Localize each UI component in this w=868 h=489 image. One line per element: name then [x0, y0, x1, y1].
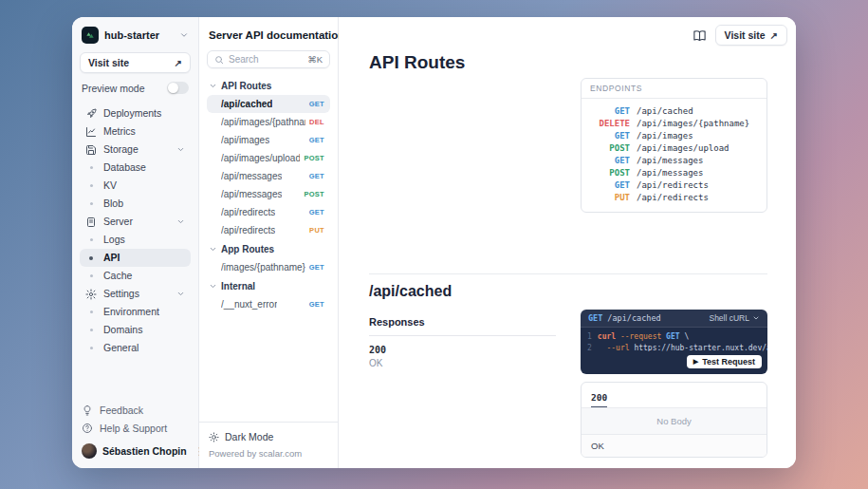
endpoint-get-api-cached[interactable]: GET/api/cached: [590, 105, 758, 118]
chart-icon: [85, 126, 97, 138]
chevron-down-icon[interactable]: [176, 290, 185, 298]
operation-title: /api/cached: [369, 283, 452, 300]
method-badge: POST: [304, 154, 324, 162]
question-icon: [82, 423, 93, 434]
sidebar-item-label: Settings: [103, 288, 139, 300]
endpoint-post-api-messages[interactable]: POST/api/messages: [590, 167, 758, 179]
group-header-app-routes[interactable]: App Routes: [207, 239, 330, 258]
method-badge: GET: [309, 208, 324, 216]
route-get-api-images[interactable]: /api/imagesGET: [207, 131, 330, 149]
client-selector[interactable]: Shell cURL: [709, 313, 760, 323]
sidebar-item-label: Cache: [103, 270, 132, 282]
main-topbar: Visit site ↗: [693, 25, 787, 46]
endpoint-put-api-redirects[interactable]: PUT/api/redirects: [590, 192, 758, 204]
group-label: App Routes: [221, 244, 274, 254]
sidebar-item-metrics[interactable]: Metrics: [80, 122, 191, 141]
request-method: GET: [588, 313, 602, 323]
endpoint-post-api-images-upload[interactable]: POST/api/images/upload: [590, 142, 758, 155]
sidebar-item-label: Deployments: [103, 107, 161, 120]
endpoint-method: POST: [590, 142, 630, 155]
code-sample: 1curl --request GET \2 --url https://hub…: [581, 328, 767, 351]
group-label: Internal: [221, 281, 255, 292]
sidebar-item-domains[interactable]: Domains: [80, 321, 191, 339]
docs-footer: Dark Mode Powered by scalar.com: [199, 422, 338, 468]
group-header-internal[interactable]: Internal: [207, 276, 330, 295]
route-post-api-messages[interactable]: /api/messagesPOST: [207, 185, 330, 203]
project-switcher[interactable]: hub-starter: [80, 25, 191, 52]
sidebar-item-label: Domains: [103, 324, 142, 336]
user-row[interactable]: Sébastien Chopin ⋮: [80, 437, 191, 461]
route-get-nuxt-error[interactable]: /__nuxt_errorGET: [207, 295, 330, 313]
tab-200[interactable]: 200: [591, 392, 607, 407]
sidebar-item-cache[interactable]: Cache: [80, 267, 191, 285]
route-del-api-images-pathname[interactable]: /api/images/{pathname}DEL: [207, 113, 330, 131]
test-request-button[interactable]: ▶ Test Request: [687, 355, 762, 368]
response-example-card: 200 No Body OK: [581, 382, 767, 458]
sidebar-item-deployments[interactable]: Deployments: [80, 104, 191, 122]
visit-site-button-main[interactable]: Visit site ↗: [715, 25, 787, 46]
bullet-icon: [85, 307, 97, 318]
sidebar-item-general[interactable]: General: [80, 339, 191, 357]
bullet-icon: [85, 180, 97, 192]
sidebar-item-storage[interactable]: Storage: [80, 141, 191, 159]
route-path: /api/messages: [221, 171, 282, 181]
dark-mode-toggle[interactable]: Dark Mode: [209, 431, 328, 442]
chevron-down-icon[interactable]: [176, 145, 185, 154]
endpoint-method: GET: [590, 155, 630, 167]
request-sample-card: GET /api/cached Shell cURL 1curl --reque…: [581, 310, 767, 374]
avatar: [82, 443, 97, 459]
visit-site-button-sidebar[interactable]: Visit site ↗: [80, 52, 191, 73]
hub-logo-icon: [82, 27, 99, 44]
visit-site-label: Visit site: [725, 29, 766, 41]
sidebar-item-api[interactable]: API: [80, 249, 191, 267]
sidebar-item-logs[interactable]: Logs: [80, 231, 191, 249]
server-icon: [85, 216, 97, 228]
route-put-api-redirects[interactable]: /api/redirectsPUT: [207, 221, 330, 239]
docs-title: Server API documentation: [199, 17, 338, 50]
sidebar-item-blob[interactable]: Blob: [80, 195, 191, 213]
method-badge: POST: [304, 190, 324, 198]
sidebar-item-server[interactable]: Server: [80, 213, 191, 231]
play-icon: ▶: [693, 358, 698, 366]
endpoint-get-api-redirects[interactable]: GET/api/redirects: [590, 179, 758, 192]
route-post-api-images-upload[interactable]: /api/images/uploadPOST: [207, 149, 330, 167]
endpoints-header: ENDPOINTS: [582, 79, 766, 99]
footer-link-feedback[interactable]: Feedback: [80, 401, 191, 419]
route-path: /api/images/{pathname}: [221, 117, 305, 127]
chevron-down-icon[interactable]: [176, 217, 185, 226]
method-badge: GET: [309, 300, 324, 309]
endpoint-method: POST: [590, 167, 630, 179]
route-path: /__nuxt_error: [221, 299, 277, 310]
preview-mode-toggle[interactable]: [167, 82, 189, 94]
disk-icon: [85, 144, 97, 156]
chevron-down-icon: [209, 82, 217, 90]
group-header-api-routes[interactable]: API Routes: [207, 76, 330, 95]
method-badge: GET: [309, 172, 324, 180]
sidebar-item-label: Environment: [103, 306, 159, 318]
sidebar-item-kv[interactable]: KV: [80, 177, 191, 195]
route-get-api-cached[interactable]: /api/cachedGET: [207, 95, 330, 113]
bullet-icon: [85, 271, 97, 282]
book-icon[interactable]: [693, 28, 707, 43]
page-title: API Routes: [369, 52, 465, 73]
endpoint-delete-api-images-pathname[interactable]: DELETE/api/images/{pathname}: [590, 118, 758, 130]
route-get-images-pathname[interactable]: /images/{pathname}GET: [207, 258, 330, 276]
sidebar-item-environment[interactable]: Environment: [80, 303, 191, 321]
search-box[interactable]: ⌘K: [207, 50, 330, 68]
endpoint-get-api-images[interactable]: GET/api/images: [590, 130, 758, 142]
endpoint-path: /api/images: [637, 130, 693, 142]
client-label: Shell cURL: [709, 313, 749, 323]
method-badge: GET: [309, 263, 324, 272]
footer-link-help-support[interactable]: Help & Support: [80, 419, 191, 437]
sidebar-item-database[interactable]: Database: [80, 159, 191, 177]
sidebar-item-label: Database: [103, 161, 146, 174]
sidebar-item-label: General: [103, 342, 139, 354]
route-get-api-redirects[interactable]: /api/redirectsGET: [207, 203, 330, 221]
route-path: /images/{pathname}: [221, 262, 305, 273]
route-get-api-messages[interactable]: /api/messagesGET: [207, 167, 330, 185]
sidebar: hub-starter Visit site ↗ Preview mode De…: [72, 17, 199, 468]
endpoint-path: /api/messages: [637, 155, 703, 167]
sidebar-item-settings[interactable]: Settings: [80, 285, 191, 303]
endpoint-get-api-messages[interactable]: GET/api/messages: [590, 155, 758, 167]
search-input[interactable]: [229, 54, 295, 65]
